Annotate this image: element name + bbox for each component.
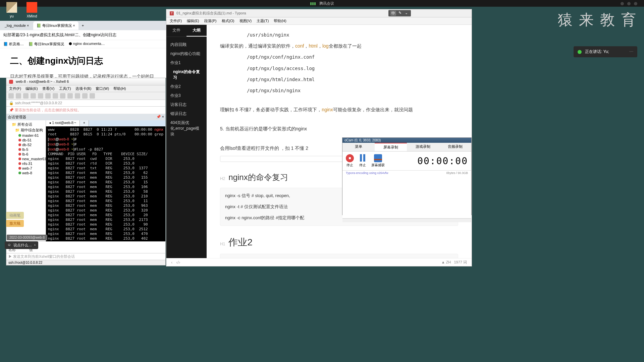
nav-arrows[interactable]: ‹ ‹/›: [171, 260, 180, 265]
typora-titlebar[interactable]: T 01_nginx虚拟主机综合实战(1).md - Typora: [166, 9, 472, 17]
new-tab-button[interactable]: +: [79, 23, 87, 27]
menu-item[interactable]: 主题(T): [257, 19, 269, 23]
tree-item[interactable]: master-61: [8, 133, 44, 138]
bookmark-item[interactable]: ⬢ nginx documenta…: [69, 42, 105, 47]
outline-item[interactable]: nginx的命令复习: [170, 67, 203, 82]
ocam-tab[interactable]: 屏幕录制: [375, 143, 407, 151]
outline-item[interactable]: nginx的核心功能: [170, 49, 203, 58]
bookmark-item[interactable]: 📘 析及格…: [3, 42, 24, 47]
browser-tab[interactable]: 📗 每日linux掌握情况 ×: [33, 21, 78, 30]
code-line: /opt/ngx/sbin/nginx: [220, 86, 458, 95]
toolbar-button[interactable]: [8, 93, 14, 99]
tree-item[interactable]: 📁期中综合架构: [8, 127, 44, 133]
outline-item[interactable]: 内容回顾: [170, 40, 203, 49]
tree-item[interactable]: db-51: [8, 138, 44, 142]
toolbar-button[interactable]: [53, 93, 58, 99]
terminal-new-tab[interactable]: +: [80, 120, 89, 126]
outline-list: 内容回顾 nginx的核心功能 作业1 nginx的命令复习 作业2 作业3 访…: [166, 37, 207, 142]
menu-item[interactable]: 编辑(E): [25, 86, 38, 90]
window-control-icon[interactable]: [634, 2, 637, 5]
tree-item[interactable]: lb-5: [8, 147, 44, 152]
terminal-output[interactable]: www 8828 8827 0 11:23 ? 00:00:00 nginx r…: [46, 126, 165, 258]
bookmark-item[interactable]: 📗 每日linux掌握情况: [29, 42, 64, 47]
tree-item[interactable]: web-7: [8, 166, 44, 171]
emoji-icon[interactable]: ☺: [7, 243, 11, 248]
ime-icon[interactable]: ⌄: [404, 11, 409, 16]
capture-button[interactable]: 屏幕捕获: [371, 154, 385, 168]
ocam-tab[interactable]: 菜单: [342, 143, 375, 151]
menu-item[interactable]: 选项卡(B): [75, 86, 92, 90]
tree-item[interactable]: web-8: [8, 171, 44, 175]
sidebar-tab-file[interactable]: 文件: [166, 25, 186, 37]
close-icon[interactable]: ×: [73, 23, 75, 27]
annotation-pill[interactable]: 放大镜: [6, 220, 24, 227]
send-to-all-bar[interactable]: ▶ 发送文本到当前Xshell窗口的全部会话: [6, 253, 165, 260]
status-bar: ssh://root@10.0.0.8:22: [6, 260, 165, 265]
annotation-pill[interactable]: 动画笔: [6, 212, 24, 219]
ocam-tab[interactable]: 游戏录制: [407, 143, 439, 151]
chat-input[interactable]: ☺ 说点什么… ‹: [5, 241, 38, 249]
scrollbar[interactable]: [342, 218, 471, 222]
toolbar-button[interactable]: [23, 93, 29, 99]
timestamp-overlay: 2022-03-00093@web-8: [7, 235, 47, 240]
chevron-left-icon[interactable]: ‹: [34, 243, 36, 248]
pause-button[interactable]: 停止: [359, 154, 367, 168]
browser-tab[interactable]: _log_module ×: [1, 22, 33, 29]
ocam-titlebar[interactable]: oCam (0, 0, 3833, 2083): [342, 138, 471, 143]
ime-icon[interactable]: ✎: [397, 11, 402, 16]
toolbar-button[interactable]: [31, 93, 36, 99]
ocam-tab[interactable]: 音频录制: [439, 143, 471, 151]
menu-item[interactable]: 文件(F): [170, 19, 182, 23]
outline-item[interactable]: 作业2: [170, 82, 203, 91]
toolbar-button[interactable]: [75, 93, 80, 99]
ime-toolbar[interactable]: 中 ✎ ⌄: [388, 10, 411, 16]
outline-item[interactable]: 错误日志: [170, 109, 203, 118]
desktop-icon-xmind[interactable]: XMind: [23, 2, 40, 18]
text-line: 理解扣 6 不懂7，务必要动手实践，工作环境下，nginx可能会很复杂，作业做出…: [220, 106, 458, 114]
stop-button[interactable]: 停止: [346, 154, 354, 168]
outline-item[interactable]: 404页面优化,error_page模块: [170, 118, 203, 139]
close-icon[interactable]: ×: [27, 23, 29, 27]
menu-item[interactable]: 文件(F): [9, 86, 21, 90]
toolbar-button[interactable]: [38, 93, 43, 99]
menu-item[interactable]: 视图(V): [239, 19, 252, 23]
tree-item[interactable]: nfs-31: [8, 161, 44, 166]
toolbar-button[interactable]: [67, 93, 73, 99]
menu-item[interactable]: 工具(T): [59, 86, 71, 90]
address-bar[interactable]: 站部署篇/23-1-nginx虚拟主机实战.html#二、创建nginx访问日志: [0, 30, 166, 40]
terminal-tab[interactable]: ● 1 root@web-8:~: [46, 120, 80, 126]
toolbar-button[interactable]: [82, 93, 88, 99]
toolbar-button[interactable]: [90, 93, 95, 99]
word-count[interactable]: 1977 词: [454, 260, 467, 264]
timer-display: 00:00:00: [417, 156, 468, 167]
tree-item[interactable]: lb-6: [8, 152, 44, 157]
outline-item[interactable]: 访客日志: [170, 100, 203, 109]
menu-item[interactable]: 帮助(H): [274, 19, 286, 23]
desktop-icon-yu[interactable]: yu: [3, 2, 20, 18]
ssh-path-bar[interactable]: 🔒ssh://root:******@10.0.0.8:22: [6, 100, 165, 107]
menu-item[interactable]: 帮助(H): [113, 86, 126, 90]
toolbar-button[interactable]: [60, 93, 65, 99]
window-control-icon[interactable]: [621, 2, 624, 5]
pin-icon[interactable]: 📌 ×: [156, 115, 164, 120]
menu-item[interactable]: 窗口(W): [96, 86, 109, 90]
tree-item[interactable]: 📁所有会话: [8, 122, 44, 127]
outline-item[interactable]: 作业1: [170, 58, 203, 67]
toolbar-button[interactable]: [45, 93, 51, 99]
code-line: /opt/ngx/logs/access.log: [220, 64, 458, 73]
outline-item[interactable]: 作业3: [170, 91, 203, 100]
window-control-icon[interactable]: [627, 2, 631, 5]
menu-item[interactable]: 查看(V): [42, 86, 55, 90]
toolbar-button[interactable]: [16, 93, 21, 99]
status-warn-icon[interactable]: ▲: [441, 260, 445, 264]
menu-item[interactable]: 段落(P): [204, 19, 217, 23]
tree-item[interactable]: new_master61: [8, 157, 44, 161]
ime-lang[interactable]: 中: [390, 11, 396, 16]
menu-item[interactable]: 格式(O): [222, 19, 234, 23]
menu-item[interactable]: 编辑(E): [187, 19, 199, 23]
sidebar-tab-outline[interactable]: 大纲: [186, 25, 207, 37]
status-lang[interactable]: ZH: [446, 260, 451, 264]
xshell-titlebar[interactable]: web-8 - root@web-8:~ - Xshell 6: [6, 78, 165, 85]
tree-item[interactable]: db-52: [8, 142, 44, 147]
typora-menubar: 文件(F) 编辑(E) 段落(P) 格式(O) 视图(V) 主题(T) 帮助(H…: [166, 17, 472, 25]
